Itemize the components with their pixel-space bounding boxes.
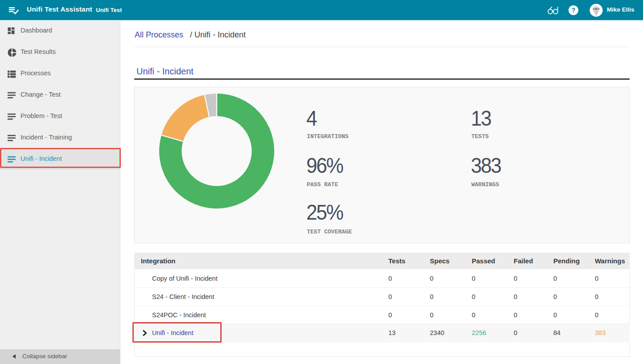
svg-text:?: ? (572, 7, 576, 14)
